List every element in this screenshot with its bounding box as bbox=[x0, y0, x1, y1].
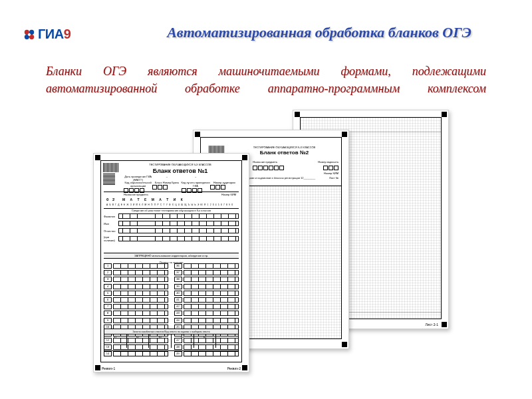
form-sheet-answers1: ТЕСТИРОВАНИЕ ОБУЧАЮЩИХСЯ 9-Х КЛАССОВ Бла… bbox=[93, 153, 249, 372]
sheet1-subject: Название предмета Номер КИМ 0 2 М А Т Е … bbox=[104, 192, 239, 209]
sheet1-warning: ЗАПРЕЩЕНО использование корректоров, обв… bbox=[104, 253, 239, 259]
sheet1-participant: Сведения об участнике тестирования обуча… bbox=[104, 209, 239, 244]
sheet1-foot-r: Реквиз-2 bbox=[227, 366, 241, 370]
form-stack: Лист 2-1 ТЕСТИРОВАНИЕ ОБУЧАЮЩИХСЯ 9-Х КЛ… bbox=[93, 106, 452, 386]
sheet1-answers: Ответы на задания 1234567891011121314 36… bbox=[104, 261, 239, 336]
sheet1-corrections: Замена ошибочных ответов Код ответа на з… bbox=[104, 329, 239, 351]
sheet2-caption: ТЕСТИРОВАНИЕ ОБУЧАЮЩИХСЯ 9-Х КЛАССОВ bbox=[227, 146, 341, 149]
qr-icon bbox=[103, 173, 115, 185]
sheet1-title: Бланк ответов №1 bbox=[121, 168, 239, 174]
slide-header: ГИА9 Автоматизированная обработка бланко… bbox=[23, 24, 509, 44]
sheet3-footer: Лист 2-1 bbox=[426, 323, 438, 327]
slide-title: Автоматизированная обработка бланков ОГЭ bbox=[130, 24, 509, 41]
barcode-icon bbox=[103, 163, 119, 172]
svg-point-4 bbox=[28, 33, 31, 36]
logo-flower-icon bbox=[23, 29, 35, 41]
sheet1-caption: ТЕСТИРОВАНИЕ ОБУЧАЮЩИХСЯ 9-Х КЛАССОВ bbox=[121, 163, 239, 166]
logo-text: ГИА9 bbox=[38, 27, 70, 42]
slide-body-text: Бланки ОГЭ являются машиночитаемыми форм… bbox=[46, 63, 486, 97]
sheet1-foot-l: Реквиз-1 bbox=[102, 366, 115, 370]
gia9-logo: ГИА9 bbox=[23, 27, 70, 42]
